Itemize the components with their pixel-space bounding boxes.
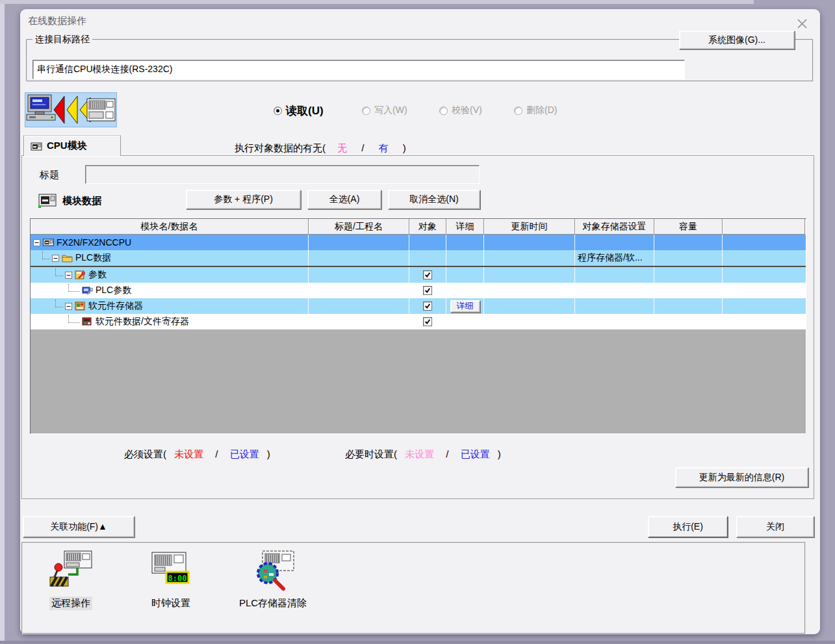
close-button[interactable]: 关闭	[736, 516, 814, 537]
tree-collapse-icon[interactable]	[65, 272, 72, 279]
remote-operation-icon	[49, 550, 93, 591]
plc-parameter-icon	[82, 285, 93, 296]
header-module-name: 模块名/数据名	[31, 219, 309, 235]
row-label: FX2N/FX2NCCPU	[57, 237, 131, 248]
target-checkbox-checked[interactable]	[423, 302, 432, 311]
connection-path-field[interactable]	[32, 60, 685, 79]
shortcut-remote-operation[interactable]: 远程操作	[32, 550, 110, 610]
radio-verify-label: 校验(V)	[452, 105, 482, 116]
table-row[interactable]: 软元件存储器 详细	[31, 298, 806, 314]
radio-read-circle[interactable]	[274, 107, 282, 115]
radio-delete-circle	[514, 107, 522, 115]
shortcut-clock-setting[interactable]: 8:00 时钟设置	[132, 550, 210, 610]
required-close: )	[267, 448, 270, 459]
required-separator: /	[215, 448, 218, 459]
device-memory-icon	[75, 301, 86, 311]
table-row[interactable]: 参数	[31, 267, 806, 283]
header-capacity: 容量	[654, 219, 723, 235]
required-not-set: 未设置	[174, 448, 203, 459]
title-field-label: 标题	[40, 169, 59, 181]
header-spacer	[723, 219, 805, 235]
table-row[interactable]: FX2N/FX2NCCPU	[31, 235, 806, 250]
optional-not-set: 未设置	[405, 448, 434, 459]
module-icon	[31, 141, 42, 151]
table-row[interactable]: PLC参数	[31, 283, 806, 298]
required-label: 必须设置(	[124, 448, 166, 459]
param-program-button[interactable]: 参数 + 程序(P)	[186, 190, 301, 209]
related-functions-button[interactable]: 关联功能(F)▲	[23, 516, 135, 537]
refresh-info-button[interactable]: 更新为最新的信息(R)	[675, 467, 808, 487]
required-setting-legend: 必须设置( 未设置 / 已设置 )	[124, 448, 270, 461]
module-data-table: 模块名/数据名 标题/工程名 对象 详细 更新时间 对象存储器设置 容量	[30, 218, 806, 434]
tab-cpu-module[interactable]: CPU模块	[23, 135, 121, 156]
row-label: PLC参数	[96, 285, 131, 296]
module-data-label: 模块数据	[62, 195, 101, 207]
tree-branch-line	[68, 284, 80, 292]
target-checkbox-checked[interactable]	[423, 286, 432, 295]
row-label: PLC数据	[75, 252, 111, 264]
target-checkbox-checked[interactable]	[423, 317, 432, 326]
tree-branch-line	[68, 315, 80, 323]
presence-none: 无	[337, 142, 347, 155]
shortcut-clock-setting-label: 时钟设置	[149, 597, 192, 610]
radio-read[interactable]: 读取(U)	[274, 102, 324, 119]
dialog-title: 在线数据操作	[28, 15, 86, 27]
connection-path-group-label: 连接目标路径	[32, 34, 92, 45]
presence-suffix: )	[403, 142, 406, 153]
deselect-all-button[interactable]: 取消全选(N)	[388, 190, 480, 209]
background-edge-bottom	[0, 641, 835, 644]
select-all-button[interactable]: 全选(A)	[307, 190, 381, 209]
tree-collapse-icon[interactable]	[52, 255, 59, 262]
close-icon[interactable]	[794, 16, 810, 31]
shortcut-remote-operation-label: 远程操作	[49, 597, 92, 610]
optional-label: 必要时设置(	[345, 448, 397, 459]
execution-target-presence: 执行对象数据的有无( 无 / 有 )	[235, 142, 406, 155]
tree-branch-line	[42, 251, 50, 259]
tree-collapse-icon[interactable]	[33, 239, 40, 246]
title-field-input[interactable]	[85, 165, 480, 184]
header-title-project: 标题/工程名	[309, 219, 409, 235]
header-target: 对象	[409, 219, 446, 235]
row-label: 软元件数据/文件寄存器	[96, 316, 189, 328]
related-functions-panel: 远程操作 8:00 时钟设置	[21, 542, 806, 634]
device-data-icon	[82, 316, 93, 327]
tree-branch-line	[55, 268, 63, 276]
cpu-module-tab-panel: 标题 模块数据 参数 + 程序(P) 全选(A) 取消全选(N) 模块名/数据名…	[21, 155, 814, 499]
table-empty-area	[31, 329, 806, 432]
clock-display-text: 8:00	[168, 574, 187, 583]
clock-setting-icon: 8:00	[149, 550, 192, 591]
plc-cpu-icon	[43, 237, 54, 248]
background-edge-top	[0, 0, 754, 4]
online-data-operation-dialog: 在线数据操作 连接目标路径 系统图像(G)...	[20, 9, 820, 634]
radio-delete: 删除(D)	[514, 102, 557, 119]
radio-delete-label: 删除(D)	[526, 105, 557, 116]
table-row[interactable]: PLC数据 程序存储器/软...	[31, 250, 806, 267]
optional-separator: /	[446, 448, 448, 459]
required-set: 已设置	[230, 448, 259, 459]
shortcut-plc-memory-clear-label: PLC存储器清除	[237, 597, 309, 610]
table-header-row: 模块名/数据名 标题/工程名 对象 详细 更新时间 对象存储器设置 容量	[31, 219, 806, 235]
table-row[interactable]: 软元件数据/文件寄存器	[31, 314, 806, 329]
header-update-time: 更新时间	[484, 219, 575, 235]
tab-cpu-module-label: CPU模块	[47, 140, 87, 152]
radio-verify-circle	[439, 107, 448, 115]
radio-read-label: 读取(U)	[286, 103, 324, 118]
row-memory-setting: 程序存储器/软...	[575, 250, 654, 266]
radio-verify: 校验(V)	[439, 102, 482, 119]
row-label: 参数	[88, 269, 107, 281]
header-detail: 详细	[446, 219, 484, 235]
execute-button[interactable]: 执行(E)	[648, 516, 728, 537]
tree-branch-line	[55, 300, 63, 307]
optional-setting-legend: 必要时设置( 未设置 / 已设置 )	[345, 448, 501, 461]
shortcut-plc-memory-clear[interactable]: PLC存储器清除	[218, 550, 328, 610]
detail-button[interactable]: 详细	[450, 300, 480, 313]
tree-collapse-icon[interactable]	[65, 303, 72, 310]
folder-icon	[62, 253, 73, 263]
row-label: 软元件存储器	[88, 300, 143, 312]
target-checkbox-checked[interactable]	[423, 270, 432, 279]
radio-write: 写入(W)	[362, 102, 407, 119]
background-edge-left	[0, 0, 5, 644]
optional-close: )	[498, 448, 501, 459]
system-image-button[interactable]: 系统图像(G)...	[679, 31, 795, 49]
presence-prefix: 执行对象数据的有无(	[235, 142, 326, 155]
